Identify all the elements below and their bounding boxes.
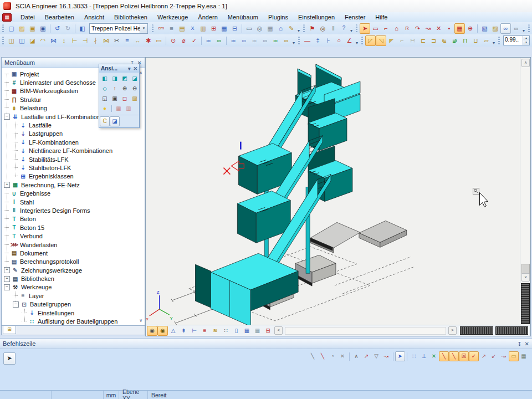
beam-tool-11-icon[interactable]: ⊔ [470,35,481,46]
multicopy-icon[interactable]: ◪ [27,35,38,46]
show-names-icon[interactable]: ≋ [210,326,221,336]
disconnect-nodes-icon[interactable]: ⌀ [178,35,189,46]
tree-item-wanderlasten[interactable]: Wanderlasten [20,242,57,248]
save-all-icon[interactable]: ▣ [38,23,48,34]
activity-doc-icon[interactable]: ▧ [479,23,490,34]
show-docs-icon[interactable]: ▯ [231,326,242,336]
visibility-all-icon[interactable]: ∞ [228,35,239,46]
ortho-icon[interactable]: ⊥ [419,351,429,361]
scia-app-icon[interactable]: ▦ [2,13,12,22]
select-by-plane-icon[interactable]: ▦ [454,23,465,34]
snap-ruler-icon[interactable]: ▭ [509,351,519,361]
undo-icon[interactable]: ↺ [52,23,63,34]
menu-item-fenster[interactable]: Fenster [340,13,370,22]
surface-icon[interactable]: ▽ [371,351,381,361]
toolbar-overflow-icon[interactable]: ▾ [356,40,358,47]
tree-expander-icon[interactable]: − [4,284,10,290]
tree-item-ergebnisklassen[interactable]: Ergebnisklassen [29,173,74,180]
beam-tool-1-icon[interactable]: ◸ [365,35,376,46]
select-by-box-icon[interactable]: ▭ [370,23,381,34]
what-is-icon[interactable]: ? [339,23,349,34]
beam-tool-6-icon[interactable]: ⊏ [418,35,428,46]
toolbar-grip[interactable] [303,24,305,33]
toolbar-overflow-icon[interactable]: ▾ [493,40,495,47]
scroll-left-icon[interactable]: < [274,326,283,335]
save-project-icon[interactable]: ▣ [27,23,38,34]
new-project-icon[interactable]: ▢ [6,23,17,34]
select-by-mouse-icon[interactable]: ➤ [360,23,370,34]
tree-item-einstellungen[interactable]: Einstellungen [38,310,74,316]
workspace-panel-icon[interactable]: ◧ [77,23,88,34]
scroll-up-icon[interactable]: ∧ [521,59,530,67]
curve-icon[interactable]: ↝ [381,351,391,361]
fe-grid-icon[interactable]: ⊞ [263,326,273,336]
hide-line-icon[interactable]: — [302,35,313,46]
scroll-right-icon[interactable]: > [448,326,457,335]
scale-member-icon[interactable]: ↕ [59,35,69,46]
beam-tool-10-icon[interactable]: ⊓ [460,35,470,46]
zoom-all-icon[interactable]: ▣ [110,94,120,104]
close-icon[interactable]: ✕ [525,341,529,347]
zoom-out-icon[interactable]: ⊖ [130,84,140,94]
menu-item-ndern[interactable]: Ändern [193,13,222,22]
snap-endpoint-icon[interactable]: ╲ [439,351,449,361]
toolbar-grip[interactable] [361,37,363,45]
deselect-icon[interactable]: ✕ [433,23,444,34]
connect-nodes-icon[interactable]: ⊙ [168,35,178,46]
visibility-layers-icon[interactable]: ∞ [249,35,260,46]
vertical-scroll-thumb[interactable] [521,264,530,274]
dot-grid-icon[interactable]: ∷ [409,351,419,361]
pointer-button[interactable]: ➤ [3,352,16,365]
join-icon[interactable]: ⋈ [101,35,111,46]
select-point-icon[interactable]: • [444,23,454,34]
beam-tool-2-icon[interactable]: ◹ [376,35,386,46]
activity-on-icon[interactable]: ∞ [500,23,511,34]
show-labels-icon[interactable]: ≡ [200,326,210,336]
toolbar-overflow-icon[interactable]: ▾ [523,28,525,34]
calculator-icon[interactable]: ▦ [265,23,275,34]
delete-entity-icon[interactable]: ✕ [337,351,347,361]
menu-item-plugins[interactable]: Plugins [263,13,293,22]
redo-icon[interactable]: ↻ [63,23,73,34]
visibility-clipbox-icon[interactable]: ∞ [260,35,270,46]
chevron-down-icon[interactable]: ▾ [140,24,147,33]
zoom-selection-icon[interactable]: ◻ [120,94,130,104]
break-icon[interactable]: ∤ [90,35,101,46]
view-front-icon[interactable]: ◧ [100,74,110,84]
tree-item-lastf-lle[interactable]: Lastfälle [29,122,52,129]
tree-item-stahlbeton-lfk[interactable]: Stahlbeton-LFK [29,165,71,171]
view-axo-icon[interactable]: ◪ [130,74,140,84]
tree-expander-icon[interactable]: + [4,267,10,273]
toolbar-grip[interactable] [356,24,357,33]
zoom-window-icon[interactable]: ◱ [100,94,110,104]
tree-item-beton-15[interactable]: Beton 15 [20,224,44,231]
model-canvas[interactable]: Z x Y [146,58,520,325]
check-structure-icon[interactable]: ✓ [189,35,200,46]
clip-plane-icon[interactable]: ▥ [124,104,134,114]
clipboard-icon[interactable]: ▥ [198,23,208,34]
select-by-section-icon[interactable]: ⌐ [381,23,391,34]
scroll-down-icon[interactable]: ∨ [139,318,142,323]
print-icon[interactable]: ▭ [244,23,254,34]
toolbar-grip[interactable] [152,24,154,33]
select-by-lasso-icon[interactable]: ↝ [423,23,433,34]
ribbon-icon[interactable]: ⚑ [307,23,318,34]
menubaum-tab[interactable]: ⊞ [3,326,16,334]
toolbar-overflow-icon[interactable]: ▾ [298,28,300,34]
vertical-scrollbar[interactable]: ∧ ∨ [520,58,530,325]
tree-item-berechnungsprotokoll[interactable]: Berechnungsprotokoll [20,258,79,265]
tree-item-nichtlineare-lf-kombinationen[interactable]: Nichtlineare LF-Kombinationen [29,147,112,154]
spinner-down-icon[interactable]: ▾ [523,40,529,45]
copy-member-icon[interactable]: ◫ [17,35,27,46]
select-by-curve-icon[interactable]: ↷ [412,23,423,34]
menu-item-einstellungen[interactable]: Einstellungen [293,13,340,22]
draw-circle-icon[interactable]: ◔ [328,351,337,361]
trim-icon[interactable]: ⊢ [69,35,80,46]
tree-item-berechnung-fe-netz[interactable]: Berechnung, FE-Netz [21,182,80,188]
status-plane[interactable]: Ebene XY [119,391,148,399]
visibility-named-icon[interactable]: ∞ [270,35,281,46]
toolbar-overflow-icon[interactable]: ▾ [350,28,352,34]
gallery-icon[interactable]: ⌂ [275,23,286,34]
move-member-icon[interactable]: ◫ [6,35,17,46]
tree-item-layer[interactable]: Layer [29,293,44,299]
